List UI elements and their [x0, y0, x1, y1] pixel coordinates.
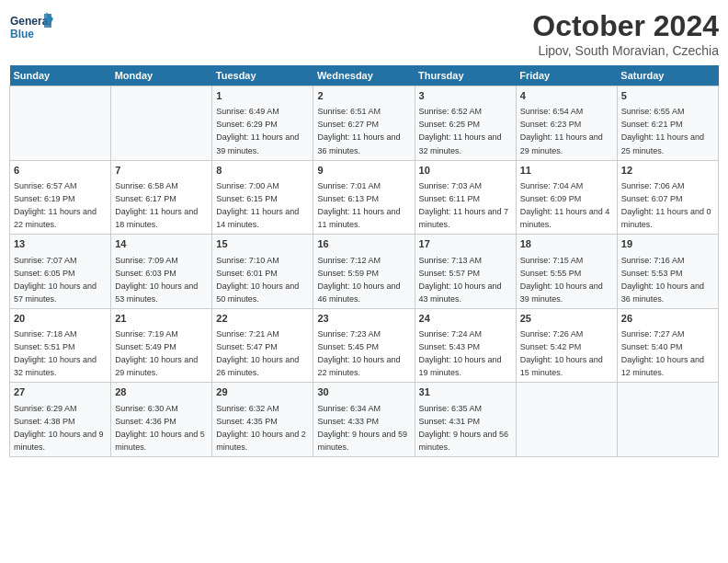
week-row-1: 1Sunrise: 6:49 AM Sunset: 6:29 PM Daylig… — [10, 86, 719, 161]
location-title: Lipov, South Moravian, Czechia — [532, 43, 719, 58]
calendar-cell — [516, 383, 617, 457]
calendar-cell: 13Sunrise: 7:07 AM Sunset: 6:05 PM Dayli… — [10, 235, 111, 309]
day-number: 31 — [419, 385, 512, 399]
calendar-cell: 26Sunrise: 7:27 AM Sunset: 5:40 PM Dayli… — [617, 308, 718, 383]
day-info: Sunrise: 7:15 AM Sunset: 5:55 PM Dayligh… — [520, 256, 603, 304]
calendar-cell: 27Sunrise: 6:29 AM Sunset: 4:38 PM Dayli… — [10, 383, 111, 457]
day-info: Sunrise: 6:55 AM Sunset: 6:21 PM Dayligh… — [621, 107, 704, 155]
calendar-cell: 2Sunrise: 6:51 AM Sunset: 6:27 PM Daylig… — [313, 86, 415, 161]
day-number: 19 — [621, 237, 714, 251]
day-number: 12 — [621, 164, 714, 178]
title-area: October 2024 Lipov, South Moravian, Czec… — [532, 9, 719, 58]
day-info: Sunrise: 7:06 AM Sunset: 6:07 PM Dayligh… — [621, 181, 711, 229]
week-row-4: 20Sunrise: 7:18 AM Sunset: 5:51 PM Dayli… — [10, 308, 719, 383]
logo: General Blue — [9, 9, 55, 46]
calendar-cell: 18Sunrise: 7:15 AM Sunset: 5:55 PM Dayli… — [516, 235, 617, 309]
day-number: 5 — [621, 89, 714, 103]
calendar-cell: 3Sunrise: 6:52 AM Sunset: 6:25 PM Daylig… — [415, 86, 516, 161]
day-info: Sunrise: 6:35 AM Sunset: 4:31 PM Dayligh… — [419, 404, 509, 452]
day-info: Sunrise: 7:01 AM Sunset: 6:13 PM Dayligh… — [317, 181, 400, 229]
calendar-cell: 21Sunrise: 7:19 AM Sunset: 5:49 PM Dayli… — [111, 308, 212, 383]
page-header: General Blue October 2024 Lipov, South M… — [9, 9, 719, 58]
calendar-cell: 28Sunrise: 6:30 AM Sunset: 4:36 PM Dayli… — [111, 383, 212, 457]
calendar-cell: 8Sunrise: 7:00 AM Sunset: 6:15 PM Daylig… — [212, 160, 313, 235]
day-info: Sunrise: 7:00 AM Sunset: 6:15 PM Dayligh… — [216, 181, 299, 229]
day-number: 23 — [317, 312, 410, 326]
calendar-cell: 11Sunrise: 7:04 AM Sunset: 6:09 PM Dayli… — [516, 160, 617, 235]
day-number: 21 — [115, 312, 208, 326]
calendar-cell: 16Sunrise: 7:12 AM Sunset: 5:59 PM Dayli… — [313, 235, 415, 309]
day-info: Sunrise: 7:27 AM Sunset: 5:40 PM Dayligh… — [621, 329, 704, 377]
calendar-cell: 12Sunrise: 7:06 AM Sunset: 6:07 PM Dayli… — [617, 160, 718, 235]
calendar-cell: 17Sunrise: 7:13 AM Sunset: 5:57 PM Dayli… — [415, 235, 516, 309]
day-number: 1 — [216, 89, 309, 103]
day-number: 8 — [216, 164, 309, 178]
day-info: Sunrise: 7:07 AM Sunset: 6:05 PM Dayligh… — [14, 256, 97, 304]
day-number: 10 — [419, 164, 512, 178]
calendar-cell: 6Sunrise: 6:57 AM Sunset: 6:19 PM Daylig… — [10, 160, 111, 235]
calendar-cell: 15Sunrise: 7:10 AM Sunset: 6:01 PM Dayli… — [212, 235, 313, 309]
day-number: 26 — [621, 312, 714, 326]
header-sunday: Sunday — [10, 65, 111, 86]
day-number: 13 — [14, 237, 107, 251]
day-info: Sunrise: 6:58 AM Sunset: 6:17 PM Dayligh… — [115, 181, 198, 229]
calendar-table: SundayMondayTuesdayWednesdayThursdayFrid… — [9, 65, 719, 457]
day-info: Sunrise: 7:09 AM Sunset: 6:03 PM Dayligh… — [115, 256, 198, 304]
day-info: Sunrise: 7:18 AM Sunset: 5:51 PM Dayligh… — [14, 329, 97, 377]
calendar-header-row: SundayMondayTuesdayWednesdayThursdayFrid… — [10, 65, 719, 86]
day-info: Sunrise: 6:51 AM Sunset: 6:27 PM Dayligh… — [317, 107, 400, 155]
calendar-cell — [111, 86, 212, 161]
day-info: Sunrise: 7:24 AM Sunset: 5:43 PM Dayligh… — [419, 329, 502, 377]
day-number: 9 — [317, 164, 410, 178]
day-number: 20 — [14, 312, 107, 326]
calendar-cell: 4Sunrise: 6:54 AM Sunset: 6:23 PM Daylig… — [516, 86, 617, 161]
calendar-cell: 7Sunrise: 6:58 AM Sunset: 6:17 PM Daylig… — [111, 160, 212, 235]
calendar-cell: 31Sunrise: 6:35 AM Sunset: 4:31 PM Dayli… — [415, 383, 516, 457]
day-number: 7 — [115, 164, 208, 178]
day-number: 29 — [216, 385, 309, 399]
svg-text:Blue: Blue — [10, 28, 34, 40]
day-number: 22 — [216, 312, 309, 326]
day-info: Sunrise: 6:57 AM Sunset: 6:19 PM Dayligh… — [14, 181, 97, 229]
header-thursday: Thursday — [415, 65, 516, 86]
calendar-cell: 20Sunrise: 7:18 AM Sunset: 5:51 PM Dayli… — [10, 308, 111, 383]
calendar-cell: 30Sunrise: 6:34 AM Sunset: 4:33 PM Dayli… — [313, 383, 415, 457]
day-info: Sunrise: 7:23 AM Sunset: 5:45 PM Dayligh… — [317, 329, 400, 377]
day-number: 2 — [317, 89, 410, 103]
calendar-cell: 24Sunrise: 7:24 AM Sunset: 5:43 PM Dayli… — [415, 308, 516, 383]
calendar-cell: 19Sunrise: 7:16 AM Sunset: 5:53 PM Dayli… — [617, 235, 718, 309]
day-info: Sunrise: 7:19 AM Sunset: 5:49 PM Dayligh… — [115, 329, 198, 377]
day-number: 18 — [520, 237, 613, 251]
week-row-2: 6Sunrise: 6:57 AM Sunset: 6:19 PM Daylig… — [10, 160, 719, 235]
day-number: 25 — [520, 312, 613, 326]
day-number: 24 — [419, 312, 512, 326]
day-number: 17 — [419, 237, 512, 251]
day-info: Sunrise: 6:29 AM Sunset: 4:38 PM Dayligh… — [14, 404, 104, 452]
week-row-3: 13Sunrise: 7:07 AM Sunset: 6:05 PM Dayli… — [10, 235, 719, 309]
day-number: 4 — [520, 89, 613, 103]
day-number: 16 — [317, 237, 410, 251]
calendar-cell: 29Sunrise: 6:32 AM Sunset: 4:35 PM Dayli… — [212, 383, 313, 457]
day-number: 6 — [14, 164, 107, 178]
calendar-cell: 25Sunrise: 7:26 AM Sunset: 5:42 PM Dayli… — [516, 308, 617, 383]
day-info: Sunrise: 6:49 AM Sunset: 6:29 PM Dayligh… — [216, 107, 299, 155]
day-number: 30 — [317, 385, 410, 399]
calendar-cell: 10Sunrise: 7:03 AM Sunset: 6:11 PM Dayli… — [415, 160, 516, 235]
calendar-cell: 9Sunrise: 7:01 AM Sunset: 6:13 PM Daylig… — [313, 160, 415, 235]
day-number: 27 — [14, 385, 107, 399]
day-info: Sunrise: 7:16 AM Sunset: 5:53 PM Dayligh… — [621, 256, 704, 304]
calendar-cell — [10, 86, 111, 161]
calendar-cell — [617, 383, 718, 457]
header-tuesday: Tuesday — [212, 65, 313, 86]
month-title: October 2024 — [532, 9, 719, 43]
day-info: Sunrise: 6:34 AM Sunset: 4:33 PM Dayligh… — [317, 404, 407, 452]
day-info: Sunrise: 6:30 AM Sunset: 4:36 PM Dayligh… — [115, 404, 205, 452]
day-info: Sunrise: 6:54 AM Sunset: 6:23 PM Dayligh… — [520, 107, 603, 155]
calendar-cell: 22Sunrise: 7:21 AM Sunset: 5:47 PM Dayli… — [212, 308, 313, 383]
day-info: Sunrise: 7:21 AM Sunset: 5:47 PM Dayligh… — [216, 329, 299, 377]
day-info: Sunrise: 7:10 AM Sunset: 6:01 PM Dayligh… — [216, 256, 299, 304]
calendar-cell: 5Sunrise: 6:55 AM Sunset: 6:21 PM Daylig… — [617, 86, 718, 161]
day-number: 15 — [216, 237, 309, 251]
day-info: Sunrise: 7:03 AM Sunset: 6:11 PM Dayligh… — [419, 181, 509, 229]
header-saturday: Saturday — [617, 65, 718, 86]
